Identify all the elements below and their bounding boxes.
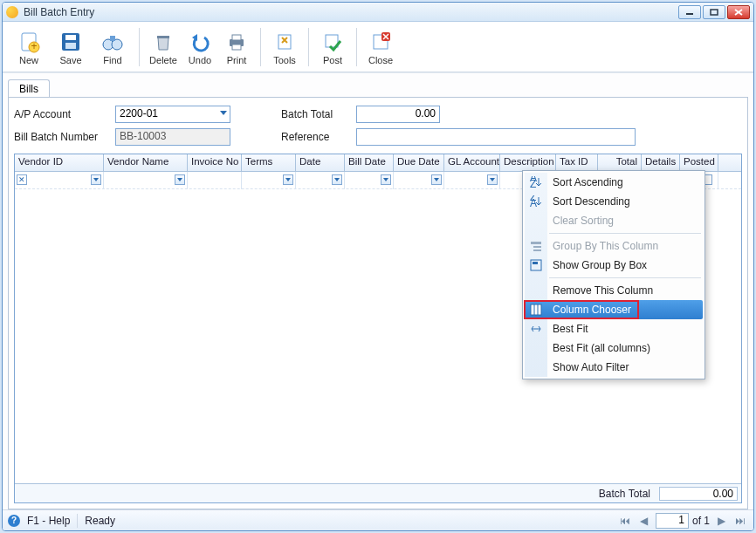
row-delete-icon[interactable]: ✕: [17, 174, 27, 185]
bill-batch-number-field: BB-10003: [115, 128, 230, 146]
cell-vendor-name[interactable]: [104, 172, 188, 189]
trash-icon: [152, 29, 175, 55]
cell-vendor-id[interactable]: ✕: [15, 172, 104, 189]
grid-header: Vendor ID Vendor Name Invoice No Terms D…: [15, 154, 741, 172]
undo-button[interactable]: Undo: [182, 25, 218, 69]
print-button[interactable]: Print: [218, 25, 255, 69]
help-icon[interactable]: ?: [8, 515, 20, 527]
dropdown-icon[interactable]: [431, 174, 442, 185]
col-description[interactable]: Description: [500, 154, 556, 171]
col-bill-date[interactable]: Bill Date: [345, 154, 394, 171]
col-due-date[interactable]: Due Date: [394, 154, 444, 171]
dropdown-icon[interactable]: [487, 174, 498, 185]
svg-rect-31: [533, 262, 538, 264]
tab-bills[interactable]: Bills: [8, 79, 50, 98]
svg-rect-29: [533, 249, 541, 251]
pager: ⏮ ◀ 1 of 1 ▶ ⏭: [617, 513, 748, 529]
toolbar-separator: [139, 28, 140, 66]
menu-show-auto-filter[interactable]: Show Auto Filter: [525, 358, 703, 377]
col-terms[interactable]: Terms: [242, 154, 296, 171]
pager-of-text: of 1: [692, 515, 710, 527]
sort-asc-icon: AZ: [529, 175, 543, 189]
close-panel-button[interactable]: Close: [362, 25, 399, 69]
minimize-button[interactable]: [678, 5, 701, 19]
sort-desc-icon: ZA: [529, 195, 543, 208]
col-gl-account[interactable]: GL Account: [444, 154, 500, 171]
cell-invoice-no[interactable]: [188, 172, 242, 189]
pager-last-button[interactable]: ⏭: [732, 513, 748, 529]
cell-bill-date[interactable]: [345, 172, 394, 189]
pager-page-input[interactable]: 1: [656, 513, 689, 529]
status-help[interactable]: F1 - Help: [27, 515, 70, 527]
app-icon: [6, 6, 18, 18]
menu-remove-column[interactable]: Remove This Column: [525, 281, 703, 300]
svg-text:Z: Z: [530, 178, 536, 188]
ap-account-combo[interactable]: 2200-01: [115, 106, 230, 123]
reference-label: Reference: [281, 131, 351, 143]
toolbar-separator: [308, 28, 309, 66]
pager-prev-button[interactable]: ◀: [636, 513, 652, 529]
dropdown-icon[interactable]: [332, 174, 342, 185]
svg-rect-13: [157, 36, 169, 38]
bill-batch-number-label: Bill Batch Number: [14, 131, 110, 143]
toolbar-separator: [260, 28, 261, 66]
svg-rect-27: [531, 242, 541, 244]
cell-due-date[interactable]: [394, 172, 444, 189]
dropdown-icon[interactable]: [283, 174, 293, 185]
delete-button[interactable]: Delete: [145, 25, 182, 69]
col-details[interactable]: Details: [642, 154, 680, 171]
cell-gl-account[interactable]: [444, 172, 500, 189]
maximize-button[interactable]: [703, 5, 725, 19]
post-button[interactable]: Post: [314, 25, 351, 69]
floppy-disk-icon: [58, 29, 83, 55]
reference-field[interactable]: [356, 128, 636, 146]
menu-show-group-by-box[interactable]: Show Group By Box: [525, 256, 703, 275]
batch-total-field[interactable]: 0.00: [356, 106, 440, 123]
column-context-menu: AZSort Ascending ZASort Descending Clear…: [522, 170, 705, 379]
new-button[interactable]: +New: [8, 25, 50, 69]
pager-next-button[interactable]: ▶: [713, 513, 729, 529]
col-vendor-name[interactable]: Vendor Name: [104, 154, 188, 171]
toolbar: +New Save Find Delete Undo Print Tools P…: [3, 22, 753, 72]
dropdown-icon[interactable]: [91, 174, 101, 185]
menu-clear-sorting: Clear Sorting: [525, 211, 703, 230]
window-title: Bill Batch Entry: [24, 6, 678, 18]
svg-text:+: +: [31, 40, 37, 52]
menu-sort-ascending[interactable]: AZSort Ascending: [525, 173, 703, 192]
menu-sort-descending[interactable]: ZASort Descending: [525, 192, 703, 211]
svg-text:A: A: [530, 197, 537, 208]
col-posted[interactable]: Posted: [680, 154, 718, 171]
col-vendor-id[interactable]: Vendor ID: [15, 154, 104, 171]
dropdown-icon[interactable]: [175, 174, 185, 185]
undo-arrow-icon: [189, 29, 211, 55]
statusbar: ? F1 - Help Ready ⏮ ◀ 1 of 1 ▶ ⏭: [3, 509, 753, 530]
best-fit-icon: [529, 322, 543, 336]
svg-rect-9: [65, 43, 76, 49]
save-button[interactable]: Save: [50, 25, 92, 69]
tabbar: Bills: [8, 79, 748, 98]
col-total[interactable]: Total: [598, 154, 642, 171]
dropdown-icon[interactable]: [381, 174, 391, 185]
svg-rect-15: [232, 35, 241, 40]
titlebar: Bill Batch Entry: [3, 3, 753, 22]
find-button[interactable]: Find: [92, 25, 134, 69]
tools-button[interactable]: Tools: [266, 25, 303, 69]
cell-date[interactable]: [296, 172, 345, 189]
col-date[interactable]: Date: [296, 154, 345, 171]
ap-account-label: A/P Account: [14, 108, 110, 120]
menu-best-fit[interactable]: Best Fit: [525, 319, 703, 338]
svg-rect-32: [531, 304, 541, 315]
close-button[interactable]: [727, 5, 750, 19]
col-tax-id[interactable]: Tax ID: [556, 154, 598, 171]
grid-footer: Batch Total 0.00: [15, 483, 741, 502]
cell-terms[interactable]: [242, 172, 296, 189]
menu-best-fit-all[interactable]: Best Fit (all columns): [525, 338, 703, 358]
svg-rect-0: [686, 13, 693, 15]
menu-group-by-column: Group By This Column: [525, 236, 703, 256]
tools-icon: [273, 29, 296, 55]
col-invoice-no[interactable]: Invoice No: [188, 154, 242, 171]
svg-rect-30: [531, 260, 541, 270]
batch-total-label: Batch Total: [281, 108, 351, 120]
pager-first-button[interactable]: ⏮: [617, 513, 633, 529]
menu-column-chooser[interactable]: Column Chooser: [525, 300, 703, 319]
